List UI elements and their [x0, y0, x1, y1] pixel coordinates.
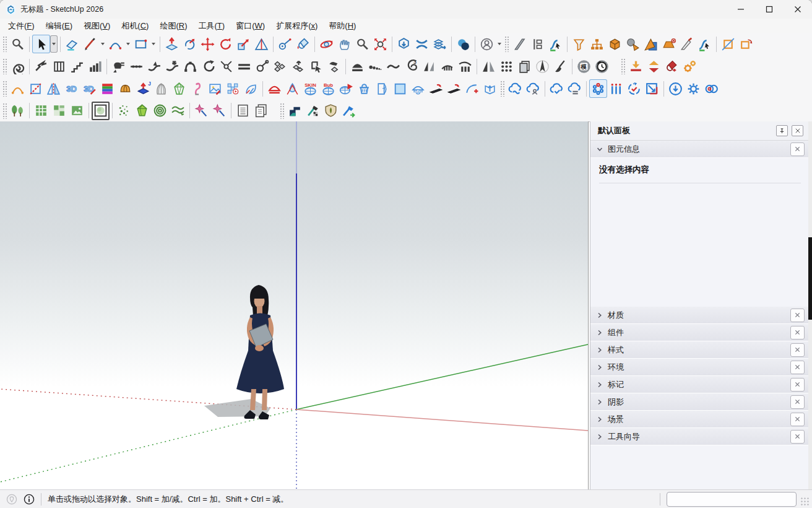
- comb-tool-button[interactable]: [438, 57, 456, 76]
- settings-gears-button[interactable]: [681, 57, 699, 76]
- info-icon[interactable]: [24, 494, 35, 505]
- box-export-tool-button[interactable]: [481, 79, 499, 98]
- panel-section-close-button[interactable]: [790, 430, 805, 444]
- notes-doc-button[interactable]: [234, 102, 252, 120]
- solid-subtract-tool-button[interactable]: [642, 35, 660, 53]
- knife-tool-button[interactable]: [678, 35, 696, 53]
- chamfer-tool-button[interactable]: [511, 35, 529, 53]
- star-pin-tool-button[interactable]: [192, 102, 210, 120]
- download-update-button[interactable]: [667, 79, 685, 98]
- toolbar-drag-handle[interactable]: [2, 103, 7, 119]
- funnel-tool-button[interactable]: [570, 35, 588, 53]
- panel-section-header-1[interactable]: 图元信息: [590, 141, 808, 158]
- 3d-warehouse-button[interactable]: [395, 35, 413, 53]
- panel-section-header-5[interactable]: 环境: [590, 359, 808, 376]
- panel-section-close-button[interactable]: [790, 326, 805, 339]
- push-face-tool-button[interactable]: [325, 57, 343, 76]
- mirror-triangles-tool-button[interactable]: [45, 79, 63, 98]
- menu-2[interactable]: 编辑(E): [40, 19, 78, 33]
- double-line-tool-button[interactable]: [235, 57, 253, 76]
- menu-8[interactable]: 扩展程序(x): [270, 19, 323, 33]
- rectangle-tool[interactable]: [132, 35, 150, 53]
- render-points-button[interactable]: [589, 79, 607, 98]
- jpush-tool-button[interactable]: J: [134, 79, 152, 98]
- curve-pull-tool-button[interactable]: [145, 57, 163, 76]
- extension-warehouse-button[interactable]: [413, 35, 431, 53]
- menu-6[interactable]: 工具(T): [193, 19, 231, 33]
- arc-plus-tool-button[interactable]: [463, 79, 481, 98]
- face-fill-tool-button[interactable]: [391, 79, 409, 98]
- panel-section-header-8[interactable]: 场景: [590, 411, 808, 428]
- tree-rings-tool-button[interactable]: [151, 102, 169, 120]
- cloud-link-button[interactable]: [506, 79, 524, 98]
- tent-label-tool-button[interactable]: A: [409, 79, 427, 98]
- dropdown-arrow-button[interactable]: [150, 35, 157, 53]
- stairs-tool-button[interactable]: [68, 57, 86, 76]
- spiral3-tool-button[interactable]: 3: [402, 57, 420, 76]
- menu-1[interactable]: 文件(F): [2, 19, 40, 33]
- default-panel-header[interactable]: 默认面板: [590, 121, 808, 141]
- loop-tool-button[interactable]: [199, 57, 217, 76]
- geolocation-icon[interactable]: [6, 494, 17, 505]
- component-stamp-button[interactable]: 模: [575, 57, 593, 76]
- beam-rotate-tool-button[interactable]: [427, 79, 445, 98]
- intersect-tool-button[interactable]: [217, 57, 235, 76]
- door-tool-button[interactable]: [373, 79, 391, 98]
- arc-tool[interactable]: [106, 35, 124, 53]
- basket-tool-button[interactable]: [355, 79, 373, 98]
- terrain-bars-tool-button[interactable]: [456, 57, 474, 76]
- line-tool[interactable]: [81, 35, 99, 53]
- curve-smooth-tool-button[interactable]: [163, 57, 181, 76]
- section-rect-tool-button[interactable]: [27, 79, 45, 98]
- flamingo-tool-button[interactable]: [188, 79, 206, 98]
- resize-grip[interactable]: [801, 497, 810, 506]
- menu-3[interactable]: 视图(V): [78, 19, 116, 33]
- dome-red-tool-button[interactable]: [266, 79, 283, 98]
- face-remove-tool-button[interactable]: [660, 35, 678, 53]
- terrain-image-tool-button[interactable]: [68, 102, 86, 120]
- panel-section-header-7[interactable]: 阴影: [590, 393, 808, 411]
- cloud-settings-button[interactable]: [566, 79, 584, 98]
- panel-pin-button[interactable]: [776, 125, 788, 136]
- diamonds-tool-button[interactable]: [271, 57, 289, 76]
- skin-tool-button[interactable]: SKIN: [301, 79, 319, 98]
- arc-orange-tool-button[interactable]: [9, 79, 27, 98]
- linked-rings-button[interactable]: [702, 79, 720, 98]
- rect-rotate-tool-button[interactable]: [737, 35, 755, 53]
- spiral-tool-button[interactable]: [9, 57, 27, 76]
- dropdown-arrow-button[interactable]: [496, 35, 503, 53]
- zigzag-tool-button[interactable]: [32, 57, 50, 76]
- leaf-tool-button[interactable]: [242, 79, 260, 98]
- noise-preview-button[interactable]: [92, 102, 110, 120]
- close-button[interactable]: [784, 0, 812, 19]
- bubble-tool-button[interactable]: Bub: [319, 79, 337, 98]
- panel-section-close-button[interactable]: [790, 413, 805, 426]
- tape-measure-tool[interactable]: [276, 35, 294, 53]
- menu-5[interactable]: 绘图(R): [154, 19, 192, 33]
- protractor-tool[interactable]: [253, 35, 270, 53]
- panel-scrollbar-thumb[interactable]: [808, 237, 812, 320]
- zoom-extents-tool[interactable]: [371, 35, 389, 53]
- grid-green-tool-button[interactable]: [32, 102, 50, 120]
- menu-9[interactable]: 帮助(H): [323, 19, 361, 33]
- move-tool[interactable]: [199, 35, 217, 53]
- histogram-tool-button[interactable]: [86, 57, 104, 76]
- grab-tool-button[interactable]: [110, 57, 127, 76]
- cleanup-tool-button[interactable]: [551, 57, 569, 76]
- weld-edges-tool-button[interactable]: [127, 57, 145, 76]
- contour-waves-tool-button[interactable]: [169, 102, 187, 120]
- profile-tool-button[interactable]: [529, 35, 546, 53]
- star-pin-2-tool-button[interactable]: [210, 102, 228, 120]
- panel-section-close-button[interactable]: [790, 378, 805, 392]
- waterdrop-tool-button[interactable]: [283, 79, 301, 98]
- panel-section-header-2[interactable]: 材质: [590, 307, 808, 324]
- tangent-circle-tool-button[interactable]: [253, 57, 271, 76]
- pattern-play-tool-button[interactable]: [224, 79, 242, 98]
- menu-4[interactable]: 相机(C): [116, 19, 154, 33]
- copy-doc-button[interactable]: [252, 102, 270, 120]
- sample-checker-tool-button[interactable]: [304, 102, 322, 120]
- extrude-diamonds-tool-button[interactable]: [289, 57, 307, 76]
- panel-scrollbar[interactable]: [808, 121, 812, 489]
- push-pull-tool[interactable]: [163, 35, 181, 53]
- curve-edit-tool-button[interactable]: [546, 35, 564, 53]
